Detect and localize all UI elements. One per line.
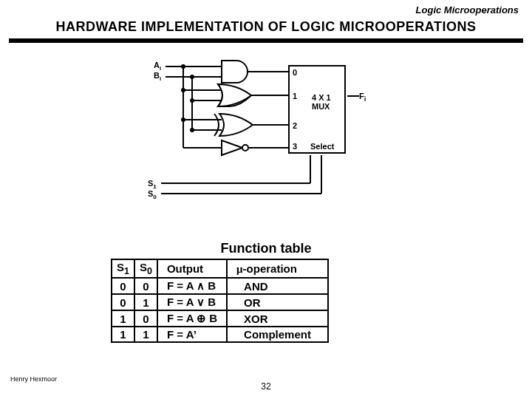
function-table: S1 S0 Output μ-operation 0 0 F = A ∧ B A… bbox=[111, 259, 329, 343]
page-title: HARDWARE IMPLEMENTATION OF LOGIC MICROOP… bbox=[0, 19, 532, 35]
mux-label: 4 X 1MUX bbox=[312, 93, 331, 111]
section-label: Logic Microoperations bbox=[416, 4, 519, 16]
output-fi-label: Fi bbox=[359, 92, 366, 103]
mux-input-2: 2 bbox=[293, 121, 297, 130]
table-header: S1 S0 Output μ-operation bbox=[112, 259, 328, 278]
mux-box: 0 1 2 3 4 X 1MUX Select bbox=[288, 65, 346, 154]
title-rule bbox=[9, 38, 523, 43]
page-number: 32 bbox=[0, 381, 532, 392]
col-s0: S0 bbox=[134, 259, 157, 278]
table-row: 1 1 F = A’ Complement bbox=[112, 327, 328, 342]
mux-input-1: 1 bbox=[293, 92, 297, 100]
table-row: 1 0 F = A ⊕ B XOR bbox=[112, 310, 328, 327]
col-operation: μ-operation bbox=[227, 259, 328, 278]
gates-svg bbox=[118, 52, 414, 207]
table-row: 0 1 F = A ∨ B OR bbox=[112, 294, 328, 310]
col-s1: S1 bbox=[112, 259, 134, 278]
mux-input-3: 3 bbox=[293, 142, 297, 151]
col-output: Output bbox=[157, 259, 227, 278]
mux-input-0: 0 bbox=[293, 68, 297, 77]
logic-diagram: Ai Bi S1 S0 bbox=[118, 52, 414, 207]
mux-select-label: Select bbox=[310, 142, 334, 151]
table-row: 0 0 F = A ∧ B AND bbox=[112, 278, 328, 294]
function-table-title: Function table bbox=[0, 241, 532, 256]
svg-point-20 bbox=[242, 145, 248, 151]
